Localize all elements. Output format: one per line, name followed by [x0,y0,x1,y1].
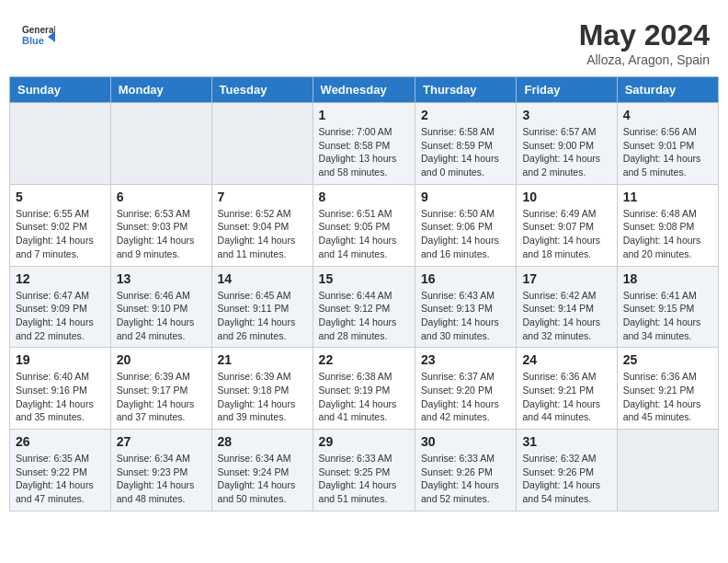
calendar-header-row: SundayMondayTuesdayWednesdayThursdayFrid… [10,77,719,103]
calendar-cell [617,430,718,511]
day-info: Sunrise: 6:51 AMSunset: 9:05 PMDaylight:… [319,207,409,261]
day-info: Sunrise: 6:50 AMSunset: 9:06 PMDaylight:… [421,207,510,261]
calendar-cell: 6Sunrise: 6:53 AMSunset: 9:03 PMDaylight… [110,184,211,266]
day-number: 3 [522,108,610,122]
day-number: 5 [16,190,105,204]
calendar-week-row: 5Sunrise: 6:55 AMSunset: 9:02 PMDaylight… [10,184,719,266]
day-number: 13 [117,271,206,286]
day-number: 27 [117,434,206,449]
calendar-cell: 30Sunrise: 6:33 AMSunset: 9:26 PMDayligh… [415,430,517,511]
day-number: 21 [218,352,307,367]
page-header: General Blue May 2024 Alloza, Aragon, Sp… [9,9,719,72]
day-number: 1 [319,108,409,122]
calendar-cell: 20Sunrise: 6:39 AMSunset: 9:17 PMDayligh… [110,348,211,430]
calendar-cell: 22Sunrise: 6:38 AMSunset: 9:19 PMDayligh… [313,348,415,430]
calendar-week-row: 19Sunrise: 6:40 AMSunset: 9:16 PMDayligh… [10,348,719,430]
day-number: 22 [319,352,409,367]
day-number: 31 [522,434,610,449]
day-info: Sunrise: 6:57 AMSunset: 9:00 PMDaylight:… [522,125,610,179]
calendar-cell: 19Sunrise: 6:40 AMSunset: 9:16 PMDayligh… [10,348,111,430]
day-info: Sunrise: 6:58 AMSunset: 8:59 PMDaylight:… [421,125,510,179]
day-number: 10 [522,190,610,204]
calendar-cell: 3Sunrise: 6:57 AMSunset: 9:00 PMDaylight… [517,103,617,185]
day-number: 17 [522,271,610,286]
title-area: May 2024 Alloza, Aragon, Spain [579,18,710,67]
day-of-week-header: Tuesday [211,77,313,103]
day-number: 19 [16,352,105,367]
calendar-table: SundayMondayTuesdayWednesdayThursdayFrid… [9,76,719,511]
calendar-cell: 12Sunrise: 6:47 AMSunset: 9:09 PMDayligh… [10,266,111,348]
calendar-cell [110,103,211,185]
logo-svg: General Blue [18,18,55,55]
logo: General Blue [18,18,55,55]
day-info: Sunrise: 6:33 AMSunset: 9:25 PMDaylight:… [319,452,409,506]
day-number: 6 [117,190,206,204]
day-number: 30 [421,434,510,449]
calendar-cell: 26Sunrise: 6:35 AMSunset: 9:22 PMDayligh… [10,430,111,511]
calendar-cell: 25Sunrise: 6:36 AMSunset: 9:21 PMDayligh… [617,348,718,430]
calendar-week-row: 12Sunrise: 6:47 AMSunset: 9:09 PMDayligh… [10,266,719,348]
day-info: Sunrise: 6:43 AMSunset: 9:13 PMDaylight:… [421,289,510,343]
day-info: Sunrise: 6:41 AMSunset: 9:15 PMDaylight:… [623,289,712,343]
day-number: 14 [218,271,307,286]
calendar-cell: 7Sunrise: 6:52 AMSunset: 9:04 PMDaylight… [211,184,313,266]
svg-text:Blue: Blue [22,35,44,46]
day-number: 4 [623,108,712,122]
day-info: Sunrise: 6:42 AMSunset: 9:14 PMDaylight:… [522,289,610,343]
day-number: 2 [421,108,510,122]
calendar-cell: 28Sunrise: 6:34 AMSunset: 9:24 PMDayligh… [211,430,313,511]
calendar-cell: 31Sunrise: 6:32 AMSunset: 9:26 PMDayligh… [517,430,617,511]
calendar-cell [10,103,111,185]
day-of-week-header: Sunday [10,77,111,103]
day-info: Sunrise: 6:45 AMSunset: 9:11 PMDaylight:… [218,289,307,343]
calendar-cell [211,103,313,185]
day-of-week-header: Wednesday [313,77,415,103]
day-info: Sunrise: 6:38 AMSunset: 9:19 PMDaylight:… [319,370,409,424]
day-info: Sunrise: 6:47 AMSunset: 9:09 PMDaylight:… [16,289,105,343]
day-info: Sunrise: 6:39 AMSunset: 9:18 PMDaylight:… [218,370,307,424]
calendar-cell: 9Sunrise: 6:50 AMSunset: 9:06 PMDaylight… [415,184,517,266]
day-info: Sunrise: 6:52 AMSunset: 9:04 PMDaylight:… [218,207,307,261]
calendar-cell: 24Sunrise: 6:36 AMSunset: 9:21 PMDayligh… [517,348,617,430]
day-of-week-header: Friday [517,77,617,103]
calendar-cell: 5Sunrise: 6:55 AMSunset: 9:02 PMDaylight… [10,184,111,266]
calendar-week-row: 1Sunrise: 7:00 AMSunset: 8:58 PMDaylight… [10,103,719,185]
day-number: 29 [319,434,409,449]
calendar-cell: 15Sunrise: 6:44 AMSunset: 9:12 PMDayligh… [313,266,415,348]
day-number: 15 [319,271,409,286]
calendar-cell: 23Sunrise: 6:37 AMSunset: 9:20 PMDayligh… [415,348,517,430]
calendar-cell: 1Sunrise: 7:00 AMSunset: 8:58 PMDaylight… [313,103,415,185]
day-number: 23 [421,352,510,367]
day-of-week-header: Saturday [617,77,718,103]
day-of-week-header: Monday [110,77,211,103]
calendar-cell: 10Sunrise: 6:49 AMSunset: 9:07 PMDayligh… [517,184,617,266]
day-number: 16 [421,271,510,286]
day-info: Sunrise: 6:33 AMSunset: 9:26 PMDaylight:… [421,452,510,506]
calendar-cell: 4Sunrise: 6:56 AMSunset: 9:01 PMDaylight… [617,103,718,185]
day-of-week-header: Thursday [415,77,517,103]
day-info: Sunrise: 7:00 AMSunset: 8:58 PMDaylight:… [319,125,409,179]
calendar-cell: 27Sunrise: 6:34 AMSunset: 9:23 PMDayligh… [110,430,211,511]
calendar-cell: 18Sunrise: 6:41 AMSunset: 9:15 PMDayligh… [617,266,718,348]
day-info: Sunrise: 6:36 AMSunset: 9:21 PMDaylight:… [522,370,610,424]
calendar-cell: 2Sunrise: 6:58 AMSunset: 8:59 PMDaylight… [415,103,517,185]
day-number: 12 [16,271,105,286]
day-info: Sunrise: 6:53 AMSunset: 9:03 PMDaylight:… [117,207,206,261]
calendar-cell: 17Sunrise: 6:42 AMSunset: 9:14 PMDayligh… [517,266,617,348]
day-number: 24 [522,352,610,367]
calendar-cell: 13Sunrise: 6:46 AMSunset: 9:10 PMDayligh… [110,266,211,348]
day-info: Sunrise: 6:46 AMSunset: 9:10 PMDaylight:… [117,289,206,343]
day-number: 28 [218,434,307,449]
day-number: 20 [117,352,206,367]
day-info: Sunrise: 6:36 AMSunset: 9:21 PMDaylight:… [623,370,712,424]
day-number: 26 [16,434,105,449]
day-number: 25 [623,352,712,367]
calendar-cell: 8Sunrise: 6:51 AMSunset: 9:05 PMDaylight… [313,184,415,266]
day-number: 7 [218,190,307,204]
day-info: Sunrise: 6:40 AMSunset: 9:16 PMDaylight:… [16,370,105,424]
calendar-cell: 11Sunrise: 6:48 AMSunset: 9:08 PMDayligh… [617,184,718,266]
day-info: Sunrise: 6:35 AMSunset: 9:22 PMDaylight:… [16,452,105,506]
day-info: Sunrise: 6:55 AMSunset: 9:02 PMDaylight:… [16,207,105,261]
day-info: Sunrise: 6:56 AMSunset: 9:01 PMDaylight:… [623,125,712,179]
calendar-week-row: 26Sunrise: 6:35 AMSunset: 9:22 PMDayligh… [10,430,719,511]
